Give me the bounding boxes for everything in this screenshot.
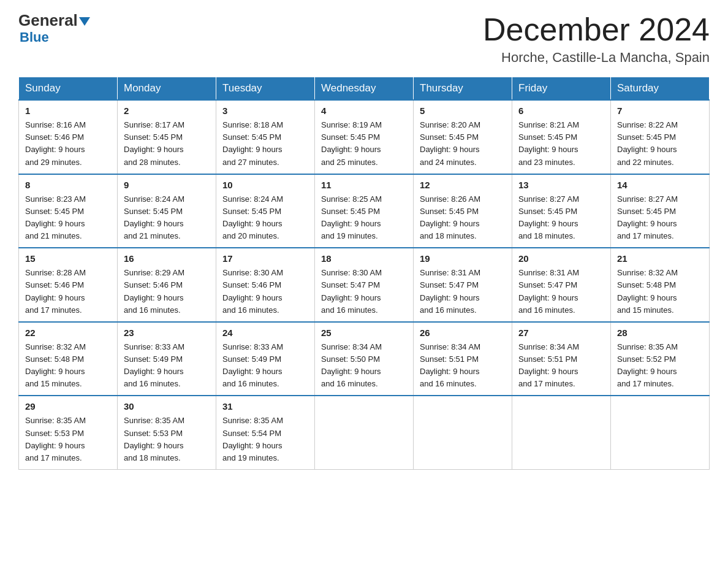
day-number: 15 <box>25 253 111 264</box>
calendar-table: Sunday Monday Tuesday Wednesday Thursday… <box>18 77 710 470</box>
calendar-cell: 24 Sunrise: 8:33 AM Sunset: 5:49 PM Dayl… <box>216 322 315 396</box>
day-info: Sunrise: 8:27 AM Sunset: 5:45 PM Dayligh… <box>617 193 703 243</box>
day-number: 25 <box>321 327 407 338</box>
calendar-week-row: 1 Sunrise: 8:16 AM Sunset: 5:46 PM Dayli… <box>19 100 710 174</box>
day-number: 7 <box>617 105 703 116</box>
col-thursday: Thursday <box>414 77 512 101</box>
day-info: Sunrise: 8:24 AM Sunset: 5:45 PM Dayligh… <box>222 193 308 243</box>
calendar-cell: 1 Sunrise: 8:16 AM Sunset: 5:46 PM Dayli… <box>19 100 118 174</box>
day-number: 22 <box>25 327 111 338</box>
col-tuesday: Tuesday <box>216 77 315 101</box>
calendar-cell: 16 Sunrise: 8:29 AM Sunset: 5:46 PM Dayl… <box>118 248 216 322</box>
calendar-cell: 17 Sunrise: 8:30 AM Sunset: 5:46 PM Dayl… <box>216 248 315 322</box>
day-number: 5 <box>420 105 506 116</box>
day-number: 21 <box>617 253 703 264</box>
day-number: 1 <box>25 105 111 116</box>
day-info: Sunrise: 8:31 AM Sunset: 5:47 PM Dayligh… <box>420 267 506 316</box>
day-number: 8 <box>25 180 111 190</box>
day-info: Sunrise: 8:33 AM Sunset: 5:49 PM Dayligh… <box>222 341 308 391</box>
day-info: Sunrise: 8:30 AM Sunset: 5:46 PM Dayligh… <box>222 267 308 316</box>
day-number: 11 <box>321 180 407 190</box>
col-saturday: Saturday <box>611 77 710 101</box>
logo: General Blue <box>18 12 90 45</box>
location-title: Horche, Castille-La Mancha, Spain <box>483 50 710 66</box>
calendar-cell: 27 Sunrise: 8:34 AM Sunset: 5:51 PM Dayl… <box>512 322 611 396</box>
calendar-cell: 30 Sunrise: 8:35 AM Sunset: 5:53 PM Dayl… <box>118 396 216 469</box>
calendar-cell: 19 Sunrise: 8:31 AM Sunset: 5:47 PM Dayl… <box>414 248 512 322</box>
day-info: Sunrise: 8:21 AM Sunset: 5:45 PM Dayligh… <box>518 119 604 169</box>
day-info: Sunrise: 8:35 AM Sunset: 5:53 PM Dayligh… <box>25 415 111 464</box>
day-info: Sunrise: 8:34 AM Sunset: 5:50 PM Dayligh… <box>321 341 407 391</box>
day-info: Sunrise: 8:16 AM Sunset: 5:46 PM Dayligh… <box>25 119 111 169</box>
day-info: Sunrise: 8:20 AM Sunset: 5:45 PM Dayligh… <box>420 119 506 169</box>
calendar-week-row: 8 Sunrise: 8:23 AM Sunset: 5:45 PM Dayli… <box>19 174 710 248</box>
day-number: 24 <box>222 327 308 338</box>
calendar-cell: 26 Sunrise: 8:34 AM Sunset: 5:51 PM Dayl… <box>414 322 512 396</box>
day-number: 4 <box>321 105 407 116</box>
col-sunday: Sunday <box>19 77 118 101</box>
calendar-cell: 25 Sunrise: 8:34 AM Sunset: 5:50 PM Dayl… <box>315 322 414 396</box>
day-info: Sunrise: 8:30 AM Sunset: 5:47 PM Dayligh… <box>321 267 407 316</box>
day-info: Sunrise: 8:32 AM Sunset: 5:48 PM Dayligh… <box>617 267 703 316</box>
day-number: 10 <box>222 180 308 190</box>
calendar-cell: 20 Sunrise: 8:31 AM Sunset: 5:47 PM Dayl… <box>512 248 611 322</box>
day-info: Sunrise: 8:25 AM Sunset: 5:45 PM Dayligh… <box>321 193 407 243</box>
calendar-cell: 4 Sunrise: 8:19 AM Sunset: 5:45 PM Dayli… <box>315 100 414 174</box>
day-number: 18 <box>321 253 407 264</box>
day-info: Sunrise: 8:19 AM Sunset: 5:45 PM Dayligh… <box>321 119 407 169</box>
day-number: 23 <box>124 327 210 338</box>
calendar-cell <box>414 396 512 469</box>
calendar-cell: 5 Sunrise: 8:20 AM Sunset: 5:45 PM Dayli… <box>414 100 512 174</box>
calendar-cell <box>512 396 611 469</box>
calendar-week-row: 22 Sunrise: 8:32 AM Sunset: 5:48 PM Dayl… <box>19 322 710 396</box>
day-number: 6 <box>518 105 604 116</box>
day-number: 3 <box>222 105 308 116</box>
calendar-cell: 7 Sunrise: 8:22 AM Sunset: 5:45 PM Dayli… <box>611 100 710 174</box>
calendar-cell: 22 Sunrise: 8:32 AM Sunset: 5:48 PM Dayl… <box>19 322 118 396</box>
calendar-cell: 12 Sunrise: 8:26 AM Sunset: 5:45 PM Dayl… <box>414 174 512 248</box>
calendar-cell: 6 Sunrise: 8:21 AM Sunset: 5:45 PM Dayli… <box>512 100 611 174</box>
day-header-row: Sunday Monday Tuesday Wednesday Thursday… <box>19 77 710 101</box>
col-wednesday: Wednesday <box>315 77 414 101</box>
day-number: 16 <box>124 253 210 264</box>
day-number: 30 <box>124 401 210 412</box>
day-info: Sunrise: 8:31 AM Sunset: 5:47 PM Dayligh… <box>518 267 604 316</box>
calendar-cell: 15 Sunrise: 8:28 AM Sunset: 5:46 PM Dayl… <box>19 248 118 322</box>
day-number: 2 <box>124 105 210 116</box>
day-info: Sunrise: 8:26 AM Sunset: 5:45 PM Dayligh… <box>420 193 506 243</box>
day-number: 31 <box>222 401 308 412</box>
day-number: 20 <box>518 253 604 264</box>
calendar-cell: 23 Sunrise: 8:33 AM Sunset: 5:49 PM Dayl… <box>118 322 216 396</box>
calendar-week-row: 29 Sunrise: 8:35 AM Sunset: 5:53 PM Dayl… <box>19 396 710 469</box>
logo-text-line2: Blue <box>18 29 49 45</box>
day-number: 26 <box>420 327 506 338</box>
day-number: 12 <box>420 180 506 190</box>
day-info: Sunrise: 8:17 AM Sunset: 5:45 PM Dayligh… <box>124 119 210 169</box>
day-number: 19 <box>420 253 506 264</box>
calendar-cell: 14 Sunrise: 8:27 AM Sunset: 5:45 PM Dayl… <box>611 174 710 248</box>
day-info: Sunrise: 8:22 AM Sunset: 5:45 PM Dayligh… <box>617 119 703 169</box>
calendar-week-row: 15 Sunrise: 8:28 AM Sunset: 5:46 PM Dayl… <box>19 248 710 322</box>
day-number: 29 <box>25 401 111 412</box>
calendar-cell: 18 Sunrise: 8:30 AM Sunset: 5:47 PM Dayl… <box>315 248 414 322</box>
calendar-cell: 21 Sunrise: 8:32 AM Sunset: 5:48 PM Dayl… <box>611 248 710 322</box>
calendar-cell <box>315 396 414 469</box>
day-info: Sunrise: 8:24 AM Sunset: 5:45 PM Dayligh… <box>124 193 210 243</box>
calendar-cell: 31 Sunrise: 8:35 AM Sunset: 5:54 PM Dayl… <box>216 396 315 469</box>
calendar-cell: 9 Sunrise: 8:24 AM Sunset: 5:45 PM Dayli… <box>118 174 216 248</box>
calendar-cell: 29 Sunrise: 8:35 AM Sunset: 5:53 PM Dayl… <box>19 396 118 469</box>
day-info: Sunrise: 8:18 AM Sunset: 5:45 PM Dayligh… <box>222 119 308 169</box>
day-number: 28 <box>617 327 703 338</box>
day-info: Sunrise: 8:28 AM Sunset: 5:46 PM Dayligh… <box>25 267 111 316</box>
calendar-cell: 11 Sunrise: 8:25 AM Sunset: 5:45 PM Dayl… <box>315 174 414 248</box>
day-number: 27 <box>518 327 604 338</box>
page-header: General Blue December 2024 Horche, Casti… <box>18 12 710 66</box>
day-info: Sunrise: 8:27 AM Sunset: 5:45 PM Dayligh… <box>518 193 604 243</box>
month-title: December 2024 <box>483 12 710 47</box>
day-number: 9 <box>124 180 210 190</box>
calendar-cell: 8 Sunrise: 8:23 AM Sunset: 5:45 PM Dayli… <box>19 174 118 248</box>
day-info: Sunrise: 8:35 AM Sunset: 5:53 PM Dayligh… <box>124 415 210 464</box>
calendar-cell <box>611 396 710 469</box>
day-info: Sunrise: 8:32 AM Sunset: 5:48 PM Dayligh… <box>25 341 111 391</box>
calendar-cell: 2 Sunrise: 8:17 AM Sunset: 5:45 PM Dayli… <box>118 100 216 174</box>
